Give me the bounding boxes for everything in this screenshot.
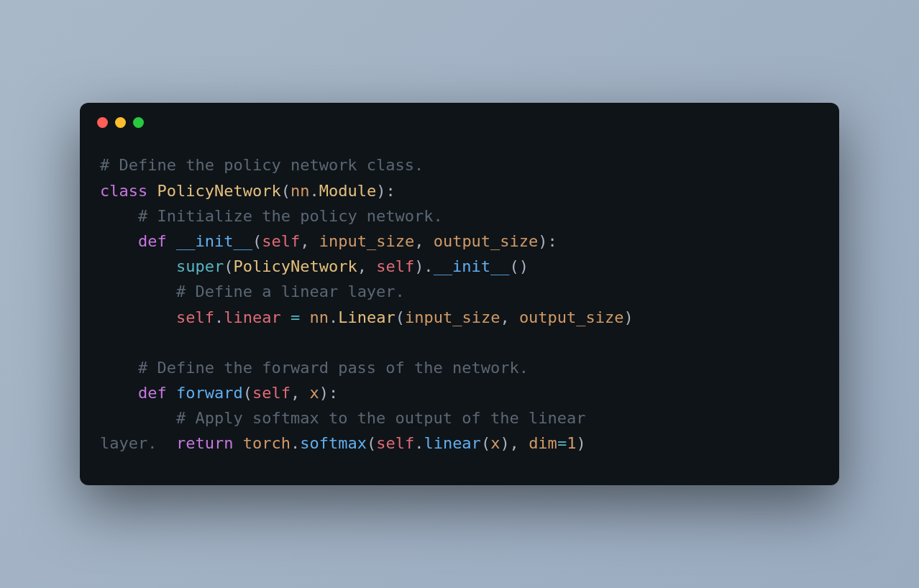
code-line-8 [100,330,819,355]
self: self [376,257,414,275]
indent [100,207,138,225]
punct: . [414,434,424,452]
class-module: Module [319,182,376,200]
param: input_size [405,308,500,326]
punct: ( [252,232,262,250]
punct: , [500,308,519,326]
module-nn: nn [309,308,329,326]
punct: . [329,308,338,326]
punct: , [300,232,319,250]
function-name: __init__ [434,257,510,275]
property: linear [224,308,280,326]
punct: ( [367,434,376,452]
punct: . [291,434,300,452]
punct: . [309,182,319,200]
indent [100,359,138,377]
builtin-super: super [176,257,224,275]
code-line-5: super(PolicyNetwork, self).__init__() [100,254,819,279]
punct: ( [481,434,490,452]
function-name: forward [176,384,243,402]
class-name: PolicyNetwork [157,182,280,200]
punct: ), [500,434,529,452]
code-line-10: def forward(self, x): [100,380,819,405]
code-line-6: # Define a linear layer. [100,279,819,304]
kwarg: dim [529,434,557,452]
self: self [252,384,291,402]
indent [100,232,138,250]
keyword-class: class [100,182,147,200]
code-line-9: # Define the forward pass of the network… [100,355,819,380]
minimize-button[interactable] [115,117,126,128]
operator: = [281,308,310,326]
comment: # Apply softmax to the output of the lin… [176,409,595,427]
code-line-4: def __init__(self, input_size, output_si… [100,229,819,254]
keyword-def: def [138,232,167,250]
punct: () [510,257,529,275]
code-content[interactable]: # Define the policy network class.class … [80,132,839,484]
indent [100,308,176,326]
param: output_size [434,232,539,250]
punct: ( [224,257,233,275]
keyword-return: return [176,434,233,452]
param: x [490,434,500,452]
punct: ): [319,384,339,402]
punct: ). [414,257,434,275]
code-line-12: layer. return torch.softmax(self.linear(… [100,431,819,456]
comment: # Define the forward pass of the network… [138,359,529,377]
function-name: linear [424,434,480,452]
indent [100,409,176,427]
self: self [376,434,414,452]
param: x [309,384,319,402]
function-name: __init__ [176,232,252,250]
maximize-button[interactable] [133,117,144,128]
title-bar [80,103,839,132]
indent [100,384,138,402]
module-nn: nn [291,182,310,200]
code-line-1: # Define the policy network class. [100,152,819,178]
param: input_size [319,232,414,250]
punct: ) [624,308,634,326]
indent [100,257,176,275]
code-line-3: # Initialize the policy network. [100,203,819,229]
close-button[interactable] [97,117,108,128]
self: self [262,232,300,250]
comment: # Define the policy network class. [100,156,424,174]
comment: # Define a linear layer. [176,282,405,300]
module-torch: torch [243,434,291,452]
code-line-11: # Apply softmax to the output of the lin… [100,405,819,431]
punct: ): [538,232,557,250]
punct: ( [396,308,405,326]
punct: . [214,308,224,326]
punct: , [357,257,377,275]
punct: , [291,384,310,402]
editor-window: # Define the policy network class.class … [80,103,839,484]
code-line-7: self.linear = nn.Linear(input_size, outp… [100,305,819,330]
keyword-def: def [138,384,167,402]
punct: , [414,232,434,250]
punct: ): [376,182,396,200]
punct: ) [576,434,585,452]
punct: ( [281,182,291,200]
operator: = [557,434,567,452]
function-name: softmax [300,434,367,452]
code-line-2: class PolicyNetwork(nn.Module): [100,178,819,203]
indent [100,282,176,300]
class-name: PolicyNetwork [233,257,357,275]
number: 1 [567,434,576,452]
param: output_size [519,308,624,326]
comment: # Initialize the policy network. [138,207,443,225]
self: self [176,308,214,326]
punct: ( [243,384,252,402]
comment-continuation: layer. [100,434,176,452]
class-name: Linear [338,308,395,326]
